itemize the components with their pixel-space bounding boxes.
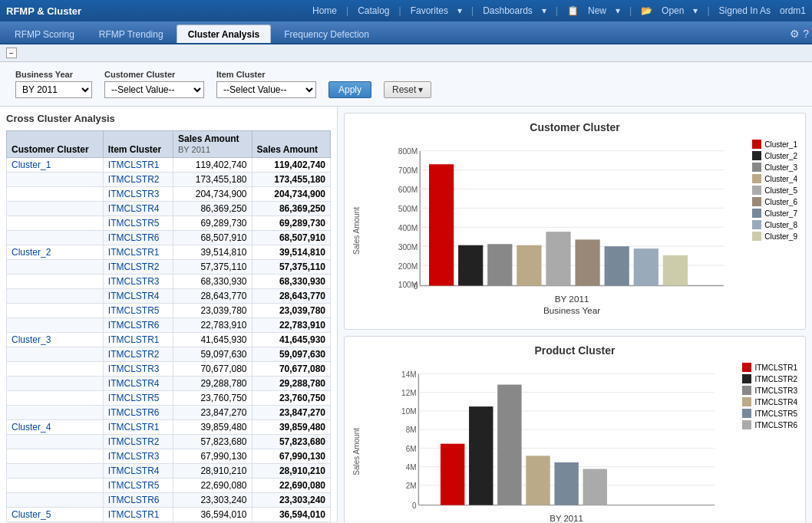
sales-amount-cell: 59,097,630 — [173, 347, 252, 362]
new-chevron-icon[interactable]: ▾ — [616, 5, 620, 16]
table-row: ITMCLSTR486,369,25086,369,250 — [7, 202, 331, 216]
item-cluster-cell[interactable]: ITMCLSTR5 — [103, 304, 173, 318]
settings-icon[interactable]: ⚙ — [790, 28, 800, 40]
customer-cluster-cell — [7, 318, 104, 333]
item-cluster-cell[interactable]: ITMCLSTR1 — [103, 333, 173, 347]
apply-button[interactable]: Apply — [328, 81, 371, 98]
sales-amount-cell: 69,289,730 — [173, 216, 252, 231]
sales-amount-bold-cell: 69,289,730 — [252, 216, 331, 231]
legend-color — [752, 232, 761, 241]
item-cluster-cell[interactable]: ITMCLSTR3 — [103, 362, 173, 377]
item-cluster-cell[interactable]: ITMCLSTR1 — [103, 158, 173, 173]
legend-item: Cluster_2 — [752, 151, 797, 160]
table-row: ITMCLSTR257,823,68057,823,680 — [7, 435, 331, 449]
app-header: − — [0, 44, 812, 62]
customer-cluster-cell — [7, 464, 104, 479]
item-cluster-cell[interactable]: ITMCLSTR2 — [103, 260, 173, 275]
legend-label: Cluster_5 — [764, 186, 797, 195]
help-icon[interactable]: ? — [803, 28, 809, 40]
svg-text:BY 2011: BY 2011 — [550, 514, 583, 522]
customer-cluster-cell — [7, 391, 104, 406]
item-cluster-cell[interactable]: ITMCLSTR6 — [103, 318, 173, 333]
customer-cluster-cell — [7, 435, 104, 449]
item-cluster-cell[interactable]: ITMCLSTR4 — [103, 377, 173, 391]
legend-item: ITMCLSTR1 — [742, 363, 797, 372]
item-cluster-cell[interactable]: ITMCLSTR5 — [103, 391, 173, 406]
sales-amount-bold-cell: 68,330,930 — [252, 275, 331, 289]
customer-cluster-cell[interactable]: Cluster_5 — [7, 508, 104, 522]
sales-amount-bold-cell: 22,690,080 — [252, 479, 331, 493]
sales-amount-bold-cell: 29,288,780 — [252, 377, 331, 391]
sales-amount-bold-cell: 23,847,270 — [252, 406, 331, 420]
svg-text:4M: 4M — [406, 463, 417, 472]
item-cluster-cell[interactable]: ITMCLSTR2 — [103, 435, 173, 449]
business-year-select[interactable]: BY 2011 — [15, 81, 92, 98]
dashboards-chevron-icon[interactable]: ▾ — [542, 5, 546, 16]
item-cluster-cell[interactable]: ITMCLSTR1 — [103, 420, 173, 435]
item-cluster-cell[interactable]: ITMCLSTR5 — [103, 216, 173, 231]
svg-rect-47 — [469, 407, 493, 505]
collapse-button[interactable]: − — [6, 48, 17, 58]
item-cluster-cell[interactable]: ITMCLSTR6 — [103, 231, 173, 245]
item-cluster-cell[interactable]: ITMCLSTR1 — [103, 508, 173, 522]
item-cluster-label: Item Cluster — [216, 70, 316, 79]
item-cluster-cell[interactable]: ITMCLSTR4 — [103, 202, 173, 216]
tab-rfmp-scoring[interactable]: RFMP Scoring — [3, 25, 86, 43]
open-chevron-icon[interactable]: ▾ — [693, 5, 698, 16]
svg-text:400M: 400M — [398, 224, 418, 232]
item-cluster-cell[interactable]: ITMCLSTR2 — [103, 347, 173, 362]
sales-amount-bold-cell: 68,507,910 — [252, 231, 331, 245]
sales-amount-bold-cell: 86,369,250 — [252, 202, 331, 216]
legend-label: Cluster_3 — [764, 163, 797, 172]
customer-cluster-label: Customer Cluster — [104, 70, 204, 79]
tab-rfmp-trending[interactable]: RFMP Trending — [87, 25, 175, 43]
tab-frequency-defection[interactable]: Frequency Defection — [272, 25, 381, 43]
sales-amount-cell: 67,990,130 — [173, 449, 252, 464]
table-row: ITMCLSTR623,847,27023,847,270 — [7, 406, 331, 420]
customer-cluster-cell[interactable]: Cluster_2 — [7, 245, 104, 260]
customer-cluster-cell — [7, 260, 104, 275]
legend-item: Cluster_6 — [752, 197, 797, 206]
nav-favorites[interactable]: Favorites — [411, 5, 448, 16]
item-cluster-cell[interactable]: ITMCLSTR4 — [103, 289, 173, 304]
chart1-area: Sales Amount — [352, 140, 797, 321]
nav-catalog[interactable]: Catalog — [358, 5, 389, 16]
item-cluster-cell[interactable]: ITMCLSTR1 — [103, 245, 173, 260]
legend-color — [742, 397, 751, 406]
customer-cluster-cell — [7, 216, 104, 231]
tab-bar: RFMP Scoring RFMP Trending Cluster Analy… — [0, 21, 812, 44]
favorites-chevron-icon[interactable]: ▾ — [457, 5, 462, 16]
item-cluster-cell[interactable]: ITMCLSTR5 — [103, 479, 173, 493]
svg-text:300M: 300M — [398, 243, 418, 252]
customer-cluster-cell[interactable]: Cluster_4 — [7, 420, 104, 435]
nav-links: Home | Catalog | Favorites ▾ | Dashboard… — [312, 5, 806, 16]
tab-bar-actions: ⚙ ? — [790, 28, 809, 43]
svg-text:500M: 500M — [398, 205, 418, 213]
svg-rect-51 — [583, 469, 607, 505]
customer-cluster-select[interactable]: --Select Value-- — [104, 81, 204, 98]
nav-open[interactable]: Open — [662, 5, 684, 16]
item-cluster-cell[interactable]: ITMCLSTR2 — [103, 173, 173, 187]
legend-item: Cluster_8 — [752, 220, 797, 229]
chart2-legend: ITMCLSTR1ITMCLSTR2ITMCLSTR3ITMCLSTR4ITMC… — [736, 363, 797, 429]
item-cluster-select[interactable]: --Select Value-- — [216, 81, 316, 98]
nav-home[interactable]: Home — [312, 5, 337, 16]
customer-cluster-cell[interactable]: Cluster_1 — [7, 158, 104, 173]
item-cluster-cell[interactable]: ITMCLSTR6 — [103, 406, 173, 420]
item-cluster-cell[interactable]: ITMCLSTR3 — [103, 187, 173, 202]
reset-button[interactable]: Reset ▾ — [384, 81, 431, 98]
item-cluster-cell[interactable]: ITMCLSTR3 — [103, 449, 173, 464]
nav-new[interactable]: New — [588, 5, 606, 16]
sales-amount-bold-cell: 28,643,770 — [252, 289, 331, 304]
customer-cluster-cell[interactable]: Cluster_3 — [7, 333, 104, 347]
legend-label: ITMCLSTR4 — [754, 398, 797, 406]
sales-amount-bold-cell: 57,375,110 — [252, 260, 331, 275]
svg-text:200M: 200M — [398, 262, 418, 271]
item-cluster-cell[interactable]: ITMCLSTR3 — [103, 275, 173, 289]
tab-cluster-analysis[interactable]: Cluster Analysis — [177, 25, 272, 43]
nav-dashboards[interactable]: Dashboards — [483, 5, 533, 16]
item-cluster-cell[interactable]: ITMCLSTR6 — [103, 493, 173, 508]
svg-rect-19 — [487, 244, 512, 285]
item-cluster-cell[interactable]: ITMCLSTR4 — [103, 464, 173, 479]
table-row: ITMCLSTR257,375,11057,375,110 — [7, 260, 331, 275]
